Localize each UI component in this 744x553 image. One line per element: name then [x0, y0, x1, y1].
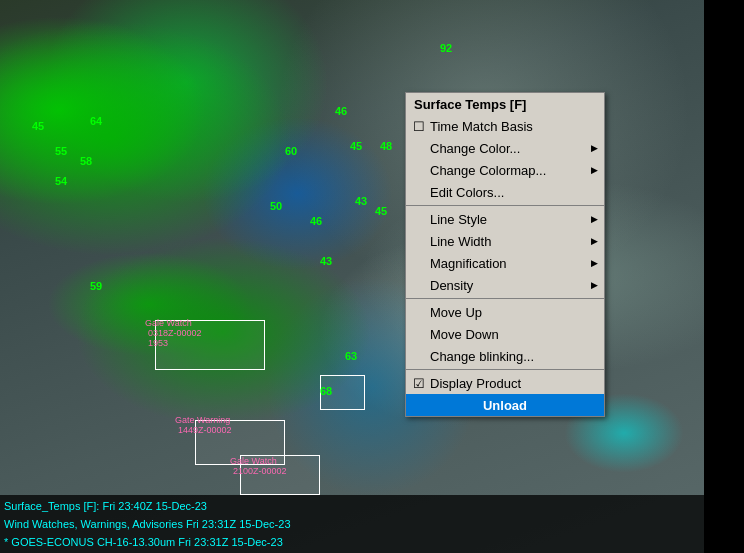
gate-label-3: 1953	[148, 338, 168, 348]
menu-item-density[interactable]: Density	[406, 274, 604, 296]
menu-separator-3	[406, 369, 604, 370]
status-line-1: Surface_Temps [F]: Fri 23:40Z 15-Dec-23	[4, 497, 740, 515]
gate-label-6: Gale Watch	[230, 456, 277, 466]
map-number: 48	[380, 140, 392, 152]
map-number: 60	[285, 145, 297, 157]
map-number: 68	[320, 385, 332, 397]
menu-header: Surface Temps [F]	[406, 93, 604, 115]
map-number: 59	[90, 280, 102, 292]
map-number: 45	[375, 205, 387, 217]
menu-item-magnification[interactable]: Magnification	[406, 252, 604, 274]
menu-separator-2	[406, 298, 604, 299]
menu-item-line-style[interactable]: Line Style	[406, 208, 604, 230]
gate-label-1: Gale Watch	[145, 318, 192, 328]
menu-item-time-match-basis[interactable]: ☐ Time Match Basis	[406, 115, 604, 137]
gate-label-2: 0318Z-00002	[148, 328, 202, 338]
map-number: 45	[350, 140, 362, 152]
menu-item-move-down[interactable]: Move Down	[406, 323, 604, 345]
menu-item-move-up[interactable]: Move Up	[406, 301, 604, 323]
status-bar: Surface_Temps [F]: Fri 23:40Z 15-Dec-23 …	[0, 495, 744, 553]
map-number: 63	[345, 350, 357, 362]
right-panel	[704, 0, 744, 553]
status-line-3: * GOES-ECONUS CH-16-13.30um Fri 23:31Z 1…	[4, 533, 740, 551]
map-number: 55	[55, 145, 67, 157]
menu-item-change-color[interactable]: Change Color...	[406, 137, 604, 159]
menu-item-change-colormap[interactable]: Change Colormap...	[406, 159, 604, 181]
map-number: 50	[270, 200, 282, 212]
map-number: 43	[355, 195, 367, 207]
gate-label-5: 1449Z-00002	[178, 425, 232, 435]
menu-item-display-product[interactable]: ☑ Display Product	[406, 372, 604, 394]
map-number: 46	[310, 215, 322, 227]
menu-item-edit-colors[interactable]: Edit Colors...	[406, 181, 604, 203]
status-line-2: Wind Watches, Warnings, Advisories Fri 2…	[4, 515, 740, 533]
map-number: 64	[90, 115, 102, 127]
gate-label-4: Gate Warning	[175, 415, 230, 425]
menu-item-line-width[interactable]: Line Width	[406, 230, 604, 252]
time-match-basis-checkbox: ☐	[412, 119, 426, 133]
map-background	[0, 0, 744, 553]
map-number: 58	[80, 155, 92, 167]
menu-item-change-blinking[interactable]: Change blinking...	[406, 345, 604, 367]
map-number: 54	[55, 175, 67, 187]
map-number: 92	[440, 42, 452, 54]
map-number: 45	[32, 120, 44, 132]
map-number: 46	[335, 105, 347, 117]
map-number: 43	[320, 255, 332, 267]
menu-separator-1	[406, 205, 604, 206]
context-menu: Surface Temps [F] ☐ Time Match Basis Cha…	[405, 92, 605, 417]
gate-label-7: 2100Z-00002	[233, 466, 287, 476]
menu-item-unload[interactable]: Unload	[406, 394, 604, 416]
display-product-checkbox: ☑	[412, 376, 426, 390]
